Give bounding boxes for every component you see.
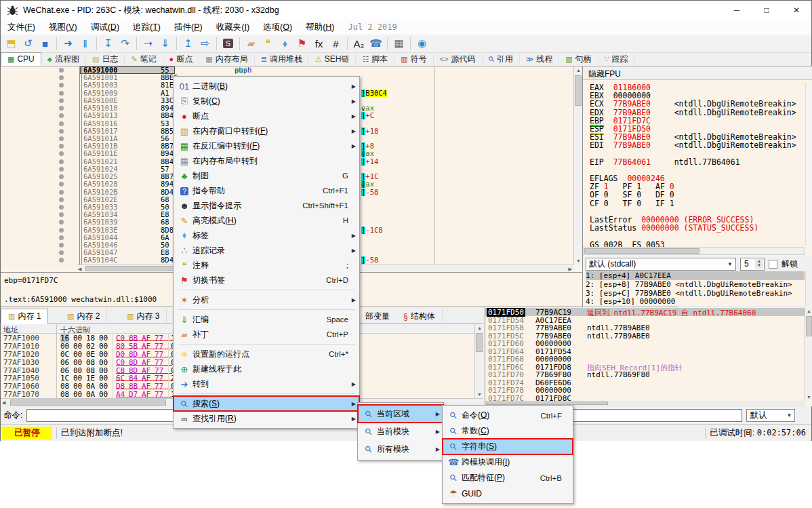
menu-item[interactable]: ∞查找引用(R)▶ (174, 411, 359, 426)
menu-item[interactable]: ⚲常数(C) (443, 423, 573, 439)
register-line[interactable]: EBX 00000000 (590, 91, 805, 99)
breakpoint-dot-icon[interactable] (59, 151, 64, 156)
register-line[interactable] (590, 149, 805, 157)
stack-row[interactable]: 0171FD5877B9ABE0ntdll.77B9ABE0 (485, 324, 805, 332)
breakpoint-dot-icon[interactable] (59, 75, 64, 80)
tab-脚本[interactable]: ☷脚本 (356, 52, 394, 66)
breakpoint-dot-icon[interactable] (59, 220, 64, 224)
menubar-item[interactable]: 文件(F) (1, 20, 42, 35)
register-line[interactable] (590, 165, 805, 174)
assemble-icon[interactable]: A₂ (350, 36, 367, 52)
menu-item[interactable]: ♣制图G (174, 168, 359, 183)
argument-row[interactable]: 2: [esp+8] 77B9ABE0 <ntdll.DbgUiRemoteBr… (586, 280, 805, 289)
register-line[interactable]: EFLAGS 00000246 (590, 174, 805, 182)
breakpoint-dot-icon[interactable] (59, 129, 64, 134)
breakpoint-dot-icon[interactable] (59, 250, 64, 255)
stepper-arrows-icon[interactable]: ▲▼ (755, 259, 763, 269)
stack-row[interactable]: 0171FD74D60FE6D6 (485, 378, 805, 387)
tab-流程图[interactable]: ♣流程图 (41, 52, 86, 66)
breakpoint-dot-icon[interactable] (59, 83, 64, 87)
hide-fpu-button[interactable]: 隐藏FPU (583, 66, 812, 80)
registers-vscrollbar[interactable] (805, 83, 812, 246)
functions-icon[interactable]: fx (310, 36, 327, 52)
menu-item[interactable]: ▦在反汇编中转到(F)▶ (174, 138, 359, 153)
dump-tab-内存 1[interactable]: ▥内存 1 (1, 309, 48, 324)
stack-pane[interactable]: 0171FD5077B9AC19返回到 ntdll.77B9AC19 自 ntd… (485, 307, 812, 406)
dump-tab-内存 2[interactable]: ▥内存 2 (60, 309, 107, 324)
breakpoint-dot-icon[interactable] (59, 258, 64, 262)
menu-item[interactable]: ▥在内存窗口中转到(F)▶ (174, 123, 359, 138)
stack-row[interactable]: 0171FD6000000000 (485, 339, 805, 347)
breakpoint-dot-icon[interactable] (59, 159, 64, 164)
run-icon[interactable]: ➜ (60, 36, 77, 52)
arguments-vscrollbar[interactable] (805, 271, 812, 306)
breakpoint-dot-icon[interactable] (59, 205, 64, 210)
stack-row[interactable]: 0171FD5C77B9ABE0ntdll.77B9ABE0 (485, 332, 805, 340)
menu-item[interactable]: ☂GUID (443, 486, 573, 501)
menu-item[interactable]: ⬧标签▶ (174, 228, 359, 243)
breakpoint-dot-icon[interactable] (59, 243, 64, 248)
register-line[interactable]: LastError 00000000 (ERROR_SUCCESS) (590, 215, 805, 223)
menu-item[interactable]: ➔转到▶ (174, 376, 359, 391)
register-line[interactable] (590, 231, 805, 239)
scroll-down-icon[interactable]: ▼ (576, 258, 581, 263)
tab-符号[interactable]: ▥符号 (394, 52, 433, 66)
menu-item[interactable]: ▰补丁Ctrl+P (174, 327, 359, 342)
register-line[interactable]: LastStatus 00000000 (STATUS_SUCCESS) (590, 223, 805, 231)
menubar-item[interactable]: 收藏夹(I) (209, 20, 256, 35)
menu-item[interactable]: ▦在内存布局中转到 (174, 153, 359, 168)
stack-row[interactable]: 0171FD640171FD54 (485, 347, 805, 355)
breakpoint-dot-icon[interactable] (59, 235, 64, 240)
patch-icon[interactable]: ▰ (243, 36, 260, 52)
menu-item[interactable]: ✳设置新的运行点Ctrl+* (174, 347, 359, 362)
breakpoint-dot-icon[interactable] (59, 121, 64, 126)
menu-item[interactable]: ⚲字符串(S) (443, 439, 573, 454)
restart-icon[interactable]: ↺ (20, 36, 37, 52)
run-to-user-code-icon[interactable]: ⇨ (197, 36, 214, 52)
menu-item[interactable]: ⚲匹配特征(P)Ctrl+B (443, 470, 573, 486)
animate-icon[interactable]: S (220, 36, 237, 52)
dump-tab-struct[interactable]: §结构体 (397, 309, 443, 324)
dump-vscrollbar[interactable]: ▲ ▼ (474, 324, 483, 398)
command-script-select[interactable]: 默认 ▼ (746, 409, 795, 422)
labels-icon[interactable]: ⬧ (277, 36, 293, 52)
execute-till-return-icon[interactable]: ⇓ (157, 36, 174, 52)
menubar-item[interactable]: 选项(O) (256, 20, 299, 35)
register-line[interactable]: ESP 0171FD50 (590, 124, 805, 132)
stack-vscrollbar[interactable]: ▲ ▼ (805, 307, 812, 401)
tab-跟踪[interactable]: ∵跟踪 (598, 52, 635, 66)
breakpoint-dot-icon[interactable] (59, 91, 64, 96)
register-line[interactable]: EDX 77B9ABE0 <ntdll.DbgUiRemoteBreakin> (590, 108, 805, 116)
minimize-button[interactable]: ─ (722, 1, 752, 20)
menu-item[interactable]: ✎高亮模式(H)H (174, 213, 359, 228)
breakpoint-dot-icon[interactable] (59, 228, 64, 233)
breakpoint-dot-icon[interactable] (59, 98, 64, 103)
menu-item[interactable]: ⎘复制(C)▶ (174, 94, 359, 109)
tab-调用堆栈[interactable]: ≣调用堆栈 (255, 52, 309, 66)
close-button[interactable]: ✕ (781, 1, 811, 20)
register-line[interactable]: EAX 01186000 (590, 83, 805, 91)
registers-hscrollbar[interactable] (583, 247, 805, 255)
menu-item[interactable]: ⚲当前区域▶ (358, 405, 443, 423)
register-line[interactable]: EDI 77B9ABE0 <ntdll.DbgUiRemoteBreakin> (590, 140, 805, 149)
menu-item[interactable]: ∴追踪记录▶ (174, 243, 359, 258)
scroll-up-icon[interactable]: ▲ (576, 68, 581, 73)
breakpoint-dot-icon[interactable] (59, 190, 64, 195)
scroll-down-icon[interactable]: ▼ (807, 395, 811, 399)
comments-icon[interactable]: ❝ (260, 36, 277, 52)
tab-CPU[interactable]: ▦CPU (1, 52, 41, 66)
breakpoint-dot-icon[interactable] (59, 167, 64, 172)
step-into-icon[interactable]: ↧ (100, 36, 117, 52)
scroll-down-icon[interactable]: ▼ (477, 392, 482, 397)
register-line[interactable]: CF 0 TF 0 IF 1 (590, 199, 805, 207)
stack-row[interactable]: 0171FD54A0C17EEA (485, 316, 805, 324)
tab-源代码[interactable]: <>源代码 (434, 52, 483, 66)
registers-pane[interactable]: 隐藏FPU EAX 01186000EBX 00000000ECX 77B9AB… (582, 66, 812, 311)
title-bar[interactable]: WeChat.exe - PID: 263C - 模块: wechatwin.d… (1, 1, 811, 20)
argument-row[interactable]: 3: [esp+C] 77B9ABE0 <ntdll.DbgUiRemoteBr… (586, 289, 805, 298)
menu-item[interactable]: ⚲当前模块▶ (358, 423, 443, 440)
menu-item[interactable]: ⚲所有模块▶ (358, 440, 443, 458)
calculator-icon[interactable]: ▦ (390, 36, 407, 52)
menubar-item[interactable]: 追踪(T) (126, 20, 167, 35)
register-line[interactable]: EBP 0171FD7C (590, 116, 805, 124)
